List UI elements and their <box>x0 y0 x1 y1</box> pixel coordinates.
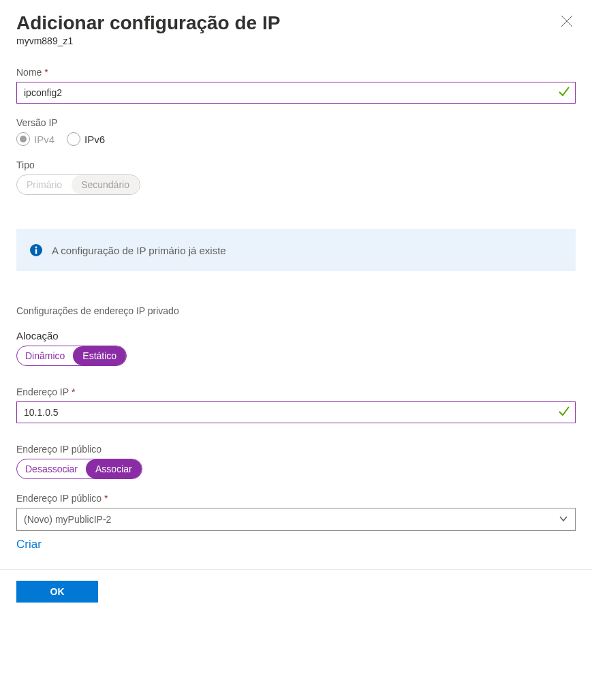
ip-address-input[interactable] <box>16 401 576 423</box>
close-icon <box>561 18 573 29</box>
public-ip-associate[interactable]: Associar <box>86 459 142 478</box>
public-ip-select-label: Endereço IP público* <box>16 493 576 504</box>
public-ip-select[interactable]: (Novo) myPublicIP-2 <box>16 508 576 531</box>
info-text: A configuração de IP primário já existe <box>52 245 226 256</box>
private-ip-section: Configurações de endereço IP privado <box>16 305 576 316</box>
svg-point-3 <box>35 247 37 249</box>
ip-address-label: Endereço IP* <box>16 386 576 397</box>
info-banner: A configuração de IP primário já existe <box>16 229 576 271</box>
allocation-toggle[interactable]: Dinâmico Estático <box>16 346 127 366</box>
public-ip-section-label: Endereço IP público <box>16 444 576 455</box>
ok-button[interactable]: OK <box>16 581 98 603</box>
allocation-dynamic[interactable]: Dinâmico <box>17 346 73 365</box>
svg-rect-4 <box>35 249 37 254</box>
radio-ipv6-label: IPv6 <box>84 134 105 145</box>
type-label: Tipo <box>16 159 576 170</box>
type-toggle: Primário Secundário <box>16 174 140 195</box>
radio-ipv4-label: IPv4 <box>34 134 54 145</box>
type-primary: Primário <box>17 175 72 194</box>
ip-version-label: Versão IP <box>16 117 576 128</box>
type-secondary: Secundário <box>72 175 139 194</box>
name-input[interactable] <box>16 82 576 104</box>
public-ip-select-value: (Novo) myPublicIP-2 <box>24 514 111 525</box>
check-icon <box>558 85 570 100</box>
radio-ipv6[interactable]: IPv6 <box>67 132 105 146</box>
allocation-static[interactable]: Estático <box>73 346 126 365</box>
panel-title: Adicionar configuração de IP <box>16 12 280 34</box>
public-ip-toggle[interactable]: Desassociar Associar <box>16 459 142 479</box>
close-button[interactable] <box>558 12 576 33</box>
radio-icon <box>67 132 80 146</box>
create-link[interactable]: Criar <box>16 538 42 551</box>
info-icon <box>30 244 42 256</box>
radio-icon <box>16 132 30 146</box>
chevron-down-icon <box>559 514 568 526</box>
check-icon <box>558 405 570 420</box>
public-ip-disassociate[interactable]: Desassociar <box>17 459 86 478</box>
panel-subtitle: myvm889_z1 <box>16 35 280 46</box>
name-label: Nome* <box>16 67 576 78</box>
radio-ipv4[interactable]: IPv4 <box>16 132 54 146</box>
allocation-label: Alocação <box>16 330 576 341</box>
